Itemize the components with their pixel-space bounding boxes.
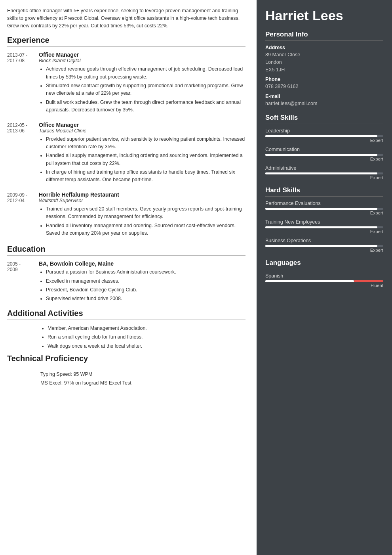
- lang-bar-right: [354, 280, 384, 282]
- skill-bar-fill: [265, 245, 377, 247]
- list-item: Stimulated new contract growth by suppor…: [46, 82, 245, 98]
- lang-name: Spanish: [265, 273, 383, 279]
- activities-list: Member, American Management Association.…: [40, 325, 245, 350]
- skill-bar-bg: [265, 172, 383, 174]
- exp-company: Takacs Medical Clinic: [39, 128, 245, 134]
- exp-title: Office Manager: [39, 52, 245, 58]
- activities-container: Member, American Management Association.…: [7, 325, 245, 350]
- edu-dates: 2005 - 2009: [7, 260, 39, 304]
- skill-bar-bg: [265, 154, 383, 156]
- skill-bar-bg: [265, 245, 383, 247]
- skill-name: Performance Evaluations: [265, 201, 383, 206]
- tech-item: MS Excel: 97% on Isograd MS Excel Test: [40, 379, 245, 388]
- soft-skills-title: Soft Skills: [265, 114, 383, 124]
- tech-container: Typing Speed: 95 WPMMS Excel: 97% on Iso…: [7, 370, 245, 388]
- skill-level: Expert: [265, 229, 383, 234]
- soft-skills-container: LeadershipExpertCommunicationExpertAdmin…: [265, 128, 383, 180]
- skill-bar-fill: [265, 154, 377, 156]
- list-item: Handled all inventory management and ord…: [46, 222, 245, 237]
- skill-name: Administrative: [265, 165, 383, 171]
- email-label: E-mail: [265, 94, 383, 99]
- summary-text: Energetic office manager with 5+ years e…: [7, 7, 245, 29]
- skill-bar-bg: [265, 135, 383, 137]
- exp-content: Office ManagerTakacs Medical ClinicProvi…: [39, 122, 245, 185]
- skill-name: Business Operations: [265, 238, 383, 243]
- list-item: Pursued a passion for Business Administr…: [46, 268, 245, 276]
- activities-section-title: Additional Activities: [7, 309, 245, 320]
- skill-name: Leadership: [265, 128, 383, 134]
- list-item: Run a small cycling club for fun and fit…: [48, 333, 245, 341]
- edu-degree: BA, Bowdoin College, Maine: [39, 260, 245, 267]
- skill-bar-bg: [265, 226, 383, 228]
- languages-title: Languages: [265, 259, 383, 269]
- hard-skills-container: Performance EvaluationsExpertTraining Ne…: [265, 201, 383, 253]
- education-container: 2005 - 2009BA, Bowdoin College, MainePur…: [7, 260, 245, 304]
- experience-container: 2013-07 - 2017-08Office ManagerBlock Isl…: [7, 52, 245, 238]
- list-item: President, Bowdoin College Cycling Club.: [46, 286, 245, 294]
- exp-title: Office Manager: [39, 122, 245, 128]
- left-column: Energetic office manager with 5+ years e…: [0, 0, 257, 555]
- candidate-name: Harriet Lees: [265, 8, 383, 23]
- address-label: Address: [265, 45, 383, 50]
- languages-container: SpanishFluent: [265, 273, 383, 288]
- exp-bullets: Achieved revenue goals through effective…: [39, 65, 245, 114]
- skill-level: Expert: [265, 157, 383, 161]
- edu-bullets: Pursued a passion for Business Administr…: [39, 268, 245, 303]
- skill-level: Expert: [265, 211, 383, 215]
- exp-company: Block Island Digital: [39, 58, 245, 63]
- right-column: Harriet Lees Personal Info Address 89 Ma…: [257, 0, 392, 555]
- edu-content: BA, Bowdoin College, MainePursued a pass…: [39, 260, 245, 304]
- list-item: Provided superior patient service, with …: [46, 136, 245, 151]
- experience-item: 2013-07 - 2017-08Office ManagerBlock Isl…: [7, 52, 245, 115]
- address-value: 89 Manor CloseLondonEX5 1JH: [265, 51, 383, 73]
- phone-label: Phone: [265, 77, 383, 82]
- list-item: Supervised winter fund drive 2008.: [46, 295, 245, 302]
- skill-bar-fill: [265, 226, 377, 228]
- education-item: 2005 - 2009BA, Bowdoin College, MainePur…: [7, 260, 245, 304]
- phone-block: Phone 078 3879 6162: [265, 77, 383, 90]
- experience-item: 2009-09 - 2012-04Horrible Heffalump Rest…: [7, 191, 245, 239]
- tech-section-title: Technical Proficiency: [7, 354, 245, 365]
- skill-bar-fill: [265, 172, 377, 174]
- list-item: Achieved revenue goals through effective…: [46, 65, 245, 81]
- lang-bar-left: [265, 280, 354, 282]
- education-section-title: Education: [7, 245, 245, 256]
- list-item: Built all work schedules. Grew the team …: [46, 99, 245, 114]
- exp-content: Office ManagerBlock Island DigitalAchiev…: [39, 52, 245, 115]
- exp-bullets: Provided superior patient service, with …: [39, 136, 245, 184]
- exp-company: Waitstaff Supervisor: [39, 198, 245, 203]
- exp-dates: 2009-09 - 2012-04: [7, 191, 39, 239]
- exp-title: Horrible Heffalump Restaurant: [39, 191, 245, 198]
- lang-level: Fluent: [265, 283, 383, 288]
- exp-dates: 2012-05 - 2013-06: [7, 122, 39, 185]
- skill-name: Training New Employees: [265, 219, 383, 225]
- hard-skills-title: Hard Skills: [265, 186, 383, 197]
- skill-level: Expert: [265, 248, 383, 253]
- list-item: Trained and supervised 20 staff members.…: [46, 205, 245, 221]
- experience-item: 2012-05 - 2013-06Office ManagerTakacs Me…: [7, 122, 245, 185]
- email-block: E-mail harriet.lees@gmail.com: [265, 94, 383, 107]
- skill-level: Expert: [265, 175, 383, 180]
- personal-info-title: Personal Info: [265, 31, 383, 41]
- list-item: Excelled in management classes.: [46, 278, 245, 285]
- skill-level: Expert: [265, 138, 383, 143]
- exp-content: Horrible Heffalump RestaurantWaitstaff S…: [39, 191, 245, 239]
- skill-bar-fill: [265, 208, 377, 210]
- skill-bar-fill: [265, 135, 377, 137]
- list-item: Walk dogs once a week at the local shelt…: [48, 343, 245, 350]
- email-value: harriet.lees@gmail.com: [265, 100, 383, 107]
- list-item: Handled all supply management, including…: [46, 152, 245, 167]
- skill-bar-bg: [265, 208, 383, 210]
- phone-value: 078 3879 6162: [265, 83, 383, 90]
- experience-section-title: Experience: [7, 36, 245, 47]
- list-item: Member, American Management Association.: [48, 325, 245, 332]
- lang-bar-bg: [265, 280, 383, 282]
- exp-bullets: Trained and supervised 20 staff members.…: [39, 205, 245, 237]
- address-block: Address 89 Manor CloseLondonEX5 1JH: [265, 45, 383, 73]
- skill-name: Communication: [265, 147, 383, 152]
- exp-dates: 2013-07 - 2017-08: [7, 52, 39, 115]
- list-item: In charge of hiring and training temp of…: [46, 168, 245, 184]
- tech-item: Typing Speed: 95 WPM: [40, 370, 245, 379]
